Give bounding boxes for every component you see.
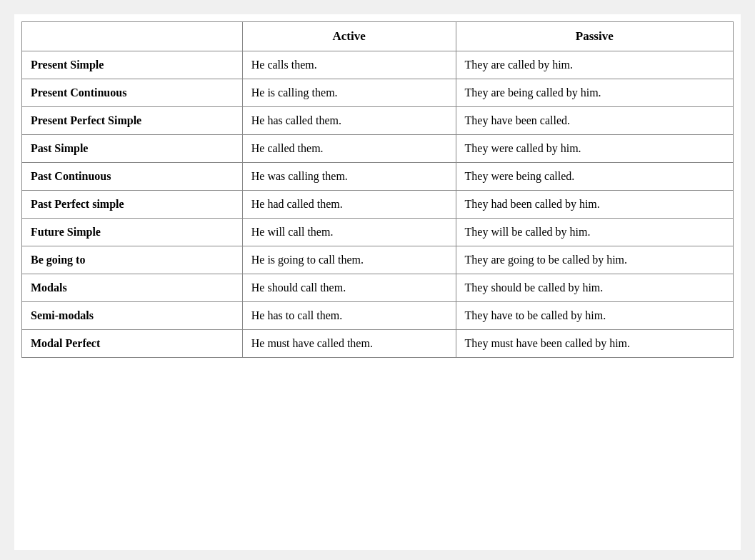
passive-form: They will be called by him. <box>456 219 733 246</box>
header-active: Active <box>242 22 456 51</box>
tense-label: Be going to <box>22 246 243 274</box>
active-form: He was calling them. <box>242 163 456 191</box>
tense-label: Past Perfect simple <box>22 191 243 219</box>
passive-form: They have to be called by him. <box>456 302 733 330</box>
passive-form: They have been called. <box>456 107 733 135</box>
tense-label: Semi-modals <box>22 302 243 330</box>
table-row: Be going toHe is going to call them.They… <box>22 246 734 274</box>
passive-form: They are being called by him. <box>456 79 733 107</box>
tense-label: Past Continuous <box>22 163 243 191</box>
tense-label: Present Simple <box>22 51 243 79</box>
table-row: Past SimpleHe called them.They were call… <box>22 135 734 163</box>
passive-form: They are called by him. <box>456 51 733 79</box>
active-form: He must have called them. <box>242 330 456 358</box>
passive-form: They had been called by him. <box>456 191 733 219</box>
active-form: He should call them. <box>242 274 456 302</box>
active-form: He will call them. <box>242 219 456 246</box>
table-row: Past Perfect simpleHe had called them.Th… <box>22 191 734 219</box>
active-form: He is calling them. <box>242 79 456 107</box>
passive-form: They should be called by him. <box>456 274 733 302</box>
grammar-table: Active Passive Present SimpleHe calls th… <box>21 21 734 358</box>
active-form: He had called them. <box>242 191 456 219</box>
table-row: Past ContinuousHe was calling them.They … <box>22 163 734 191</box>
table-row: Semi-modalsHe has to call them.They have… <box>22 302 734 330</box>
table-row: Present ContinuousHe is calling them.The… <box>22 79 734 107</box>
table-row: Present Perfect SimpleHe has called them… <box>22 107 734 135</box>
page-container: Active Passive Present SimpleHe calls th… <box>14 14 741 550</box>
tense-label: Modal Perfect <box>22 330 243 358</box>
passive-form: They are going to be called by him. <box>456 246 733 274</box>
active-form: He calls them. <box>242 51 456 79</box>
table-row: Modal PerfectHe must have called them.Th… <box>22 330 734 358</box>
passive-form: They were being called. <box>456 163 733 191</box>
active-form: He called them. <box>242 135 456 163</box>
table-row: Present SimpleHe calls them.They are cal… <box>22 51 734 79</box>
passive-form: They must have been called by him. <box>456 330 733 358</box>
active-form: He has called them. <box>242 107 456 135</box>
active-form: He has to call them. <box>242 302 456 330</box>
header-row: Active Passive <box>22 22 734 51</box>
tense-label: Present Perfect Simple <box>22 107 243 135</box>
header-passive: Passive <box>456 22 733 51</box>
table-row: Future SimpleHe will call them.They will… <box>22 219 734 246</box>
active-form: He is going to call them. <box>242 246 456 274</box>
tense-label: Future Simple <box>22 219 243 246</box>
passive-form: They were called by him. <box>456 135 733 163</box>
tense-label: Present Continuous <box>22 79 243 107</box>
tense-label: Past Simple <box>22 135 243 163</box>
table-row: ModalsHe should call them.They should be… <box>22 274 734 302</box>
tense-label: Modals <box>22 274 243 302</box>
header-tense <box>22 22 243 51</box>
